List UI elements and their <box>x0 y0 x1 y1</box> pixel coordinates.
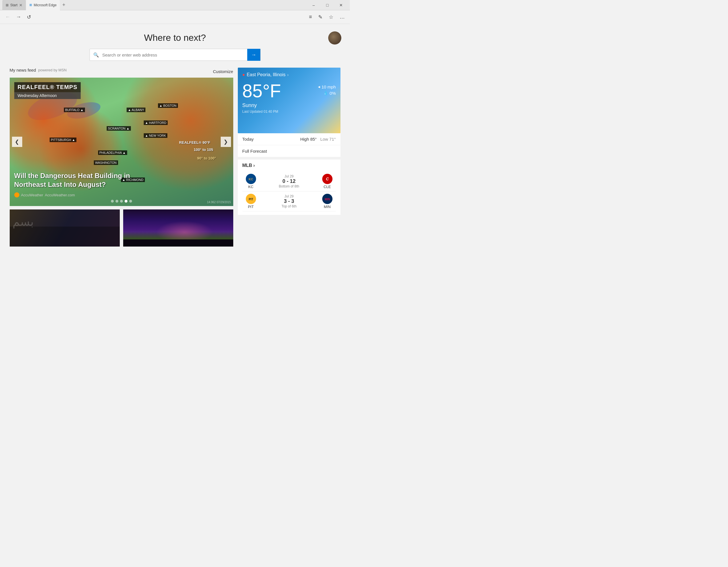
maximize-button[interactable]: □ <box>321 0 334 10</box>
city-philadelphia: PHILADELPHIA ▲ <box>98 150 127 155</box>
refresh-button[interactable]: ↺ <box>25 12 33 22</box>
forward-button[interactable]: → <box>14 12 23 22</box>
dot-1[interactable] <box>111 200 114 202</box>
start-tab-close[interactable]: ✕ <box>19 3 23 7</box>
carousel-dots <box>111 200 132 202</box>
tab-start[interactable]: ⊞ Start ✕ <box>2 0 26 10</box>
source-name: AccuWeather <box>21 193 43 197</box>
today-label: Today <box>242 137 254 141</box>
news-feed-label: My news feed powered by MSN <box>10 68 67 72</box>
news-area: My news feed powered by MSN Customize <box>10 68 340 246</box>
thumb-overlay-1 <box>10 226 120 246</box>
more-button[interactable]: … <box>338 12 346 22</box>
heat-label-100-105: 100° to 105 <box>194 147 213 152</box>
powered-by: powered by MSN <box>38 68 67 72</box>
thumb-image-1: بسم <box>10 209 120 246</box>
tab-edge[interactable]: ⊞ Microsoft Edge <box>26 0 60 10</box>
pirates-logo-svg: PIT <box>247 194 255 203</box>
weather-widget: ● East Peoria, Illinois › 85°F Sunny Las… <box>238 68 340 133</box>
cleveland-abbr: CLE <box>324 185 331 189</box>
cleveland-logo-svg: C <box>323 175 332 183</box>
twins-logo-svg: MIN <box>323 194 332 203</box>
menu-button[interactable]: ≡ <box>307 12 314 22</box>
avatar-image <box>328 31 341 44</box>
weather-location[interactable]: ● East Peoria, Illinois › <box>242 72 336 77</box>
city-boston: ▲ BOSTON <box>158 103 178 108</box>
user-avatar[interactable] <box>328 31 341 44</box>
weather-today-row: Today High 85° Low 71° <box>238 133 340 145</box>
dot-2[interactable] <box>115 200 118 202</box>
game-2-score: 3 - 3 <box>259 198 319 204</box>
city-washington: WASHINGTON <box>94 160 118 165</box>
game-2-info: Jul 29 3 - 3 Top of 6th <box>259 194 319 208</box>
favorites-button[interactable]: ☆ <box>327 12 335 22</box>
thumb-card-2[interactable] <box>123 209 233 246</box>
news-carousel: BUFFALO ▲ ▲ ALBANY ▲ BOSTON SCRANTON ▲ ▲… <box>10 78 233 206</box>
start-tab-icon: ⊞ <box>6 3 9 7</box>
today-temps: High 85° Low 71° <box>300 137 336 141</box>
source-website: AccuWeather.com <box>45 193 75 197</box>
temp-high: High 85° <box>300 137 317 141</box>
dot-4[interactable] <box>125 200 127 202</box>
dot-5[interactable] <box>129 200 132 202</box>
news-feed-title: My news feed <box>10 68 36 72</box>
realfeel-box: REALFEEL® TEMPS Wednesday Afternoon <box>14 82 81 99</box>
right-panel: ● East Peoria, Illinois › 85°F Sunny Las… <box>238 68 340 246</box>
window-controls: – □ ✕ <box>307 0 348 10</box>
back-button[interactable]: ← <box>3 12 12 22</box>
carousel-next[interactable]: ❯ <box>221 137 231 147</box>
mlb-arrow-icon: › <box>253 163 255 168</box>
game-row-2[interactable]: PIT PIT Jul 29 3 - 3 Top of 6th <box>242 191 336 211</box>
browser-toolbar: ← → ↺ ≡ ✎ ☆ … <box>0 10 350 24</box>
aurora-ground <box>123 239 233 246</box>
team-twins: MIN MIN <box>319 194 336 209</box>
edge-tab-icon: ⊞ <box>29 3 32 7</box>
wind-icon: ◂ <box>318 84 320 89</box>
browser-content: Where to next? 🔍 → My news feed powered … <box>0 24 350 246</box>
location-alert-icon: ● <box>242 72 245 77</box>
minimize-button[interactable]: – <box>307 0 320 10</box>
location-arrow-icon: › <box>287 72 289 77</box>
news-left: My news feed powered by MSN Customize <box>10 68 233 246</box>
mlb-header[interactable]: MLB › <box>242 163 336 168</box>
customize-button[interactable]: Customize <box>213 69 233 74</box>
thumb-arabic-text: بسم <box>13 215 34 228</box>
city-buffalo: BUFFALO ▲ <box>64 108 85 112</box>
cleveland-logo: C <box>322 174 332 184</box>
svg-text:KC: KC <box>249 177 253 181</box>
full-forecast-link[interactable]: Full Forecast <box>238 145 340 157</box>
twins-abbr: MIN <box>324 204 331 209</box>
game-1-status: Bottom of 8th <box>259 184 319 188</box>
dot-3[interactable] <box>120 200 123 202</box>
realfeel-title: REALFEEL® TEMPS <box>14 82 81 92</box>
precip-icon: 💧 <box>323 90 328 96</box>
pirates-logo: PIT <box>246 194 256 204</box>
svg-text:C: C <box>326 177 329 181</box>
weather-temperature: 85°F <box>242 82 281 100</box>
search-icon: 🔍 <box>90 52 102 58</box>
pirates-abbr: PIT <box>248 204 254 209</box>
wind-speed: ◂ 10 mph <box>318 84 336 89</box>
search-go-button[interactable]: → <box>247 49 260 61</box>
city-pittsburgh: PITTSBURGH ▲ <box>50 137 77 142</box>
new-tab-button[interactable]: + <box>60 2 68 8</box>
game-1-date: Jul 29 <box>259 174 319 178</box>
search-input[interactable] <box>102 52 247 57</box>
note-button[interactable]: ✎ <box>317 12 324 22</box>
royals-abbr: KC <box>248 185 253 189</box>
team-cleveland: C CLE <box>319 174 336 189</box>
game-row-1[interactable]: KC KC Jul 29 0 - 12 Bottom of 8th <box>242 171 336 191</box>
game-2-date: Jul 29 <box>259 194 319 198</box>
heat-range-high: REALFEEL® 90°F <box>179 140 210 145</box>
carousel-headline: Will the Dangerous Heat Building in Nort… <box>14 171 157 189</box>
edge-tab-label: Microsoft Edge <box>34 3 56 7</box>
close-button[interactable]: ✕ <box>334 0 348 10</box>
thumb-card-1[interactable]: بسم <box>10 209 120 246</box>
heat-label-90-100: 90° to 100° <box>197 156 216 160</box>
game-1-score: 0 - 12 <box>259 178 319 184</box>
team-royals: KC KC <box>242 174 259 189</box>
wind-value: 10 mph <box>321 84 336 89</box>
game-1-info: Jul 29 0 - 12 Bottom of 8th <box>259 174 319 188</box>
carousel-prev[interactable]: ❮ <box>12 137 22 147</box>
carousel-source: AccuWeather AccuWeather.com <box>14 192 75 197</box>
